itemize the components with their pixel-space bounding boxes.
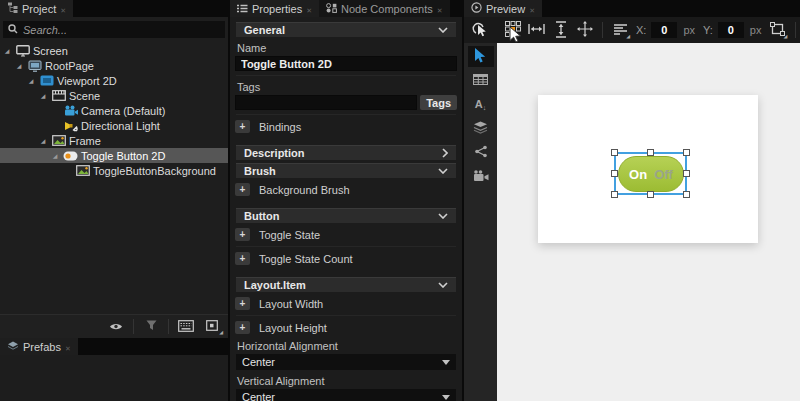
tab-properties[interactable]: Properties <box>230 0 319 17</box>
y-coordinate-input[interactable] <box>718 22 744 38</box>
shortcut-keys-button[interactable] <box>174 317 198 336</box>
tab-preview[interactable]: Preview <box>464 0 542 17</box>
state-tools-button[interactable] <box>468 142 494 163</box>
filter-button[interactable] <box>139 317 163 336</box>
preview-canvas[interactable]: On Off <box>497 43 800 401</box>
close-icon[interactable] <box>60 3 66 15</box>
prefab-icon <box>7 341 19 353</box>
interact-mode-button[interactable] <box>469 20 490 40</box>
selection-handle-ne[interactable] <box>683 149 690 156</box>
plus-icon[interactable] <box>235 321 250 334</box>
grid-view-button[interactable] <box>468 70 494 91</box>
toggle-state-count-expander[interactable]: Toggle State Count <box>235 251 457 266</box>
tags-row: Tags <box>235 95 457 110</box>
section-header-layout-item[interactable]: Layout.Item <box>236 277 456 292</box>
keyboard-icon <box>178 320 194 334</box>
interact-cursor-icon <box>471 21 488 40</box>
fit-width-icon <box>528 23 545 37</box>
alignment-tools-button[interactable] <box>610 20 631 40</box>
section-header-button[interactable]: Button <box>236 208 456 223</box>
tree-item-camera[interactable]: Camera (Default) <box>0 103 228 118</box>
transform-options-button[interactable] <box>767 20 788 40</box>
project-tree-empty-space <box>0 178 228 314</box>
plus-icon[interactable] <box>235 228 250 241</box>
panel-options-icon <box>206 320 218 333</box>
tab-project[interactable]: Project <box>0 0 73 17</box>
x-coordinate-input[interactable] <box>651 22 677 38</box>
project-search[interactable] <box>3 21 225 38</box>
tree-item-directional-light[interactable]: Directional Light <box>0 118 228 133</box>
close-icon[interactable] <box>529 3 535 15</box>
footer-separator <box>168 319 169 334</box>
fit-height-button[interactable] <box>550 20 571 40</box>
plus-icon[interactable] <box>235 120 250 133</box>
layout-width-label: Layout Width <box>259 298 323 310</box>
selection-handle-e[interactable] <box>683 170 690 177</box>
close-icon[interactable] <box>306 3 312 15</box>
preview-screen[interactable]: On Off <box>538 95 758 243</box>
tree-item-rootpage[interactable]: RootPage <box>0 58 228 73</box>
toggle-state-expander[interactable]: Toggle State <box>235 227 457 242</box>
name-field[interactable] <box>235 56 457 71</box>
selection-handle-nw[interactable] <box>611 149 618 156</box>
tags-field[interactable] <box>235 95 417 110</box>
tree-item-viewport-2d[interactable]: Viewport 2D <box>0 73 228 88</box>
tree-item-label: Screen <box>33 45 68 57</box>
toolbar-separator <box>602 22 603 38</box>
section-header-description[interactable]: Description <box>236 145 456 160</box>
plus-icon[interactable] <box>235 252 250 265</box>
tree-item-toggle-button-2d[interactable]: Toggle Button 2D <box>0 148 228 163</box>
expander-icon[interactable] <box>26 77 36 84</box>
prefabs-panel-body <box>0 355 228 401</box>
section-header-brush[interactable]: Brush <box>236 163 456 178</box>
background-brush-expander[interactable]: Background Brush <box>235 182 457 197</box>
layout-height-expander[interactable]: Layout Height <box>235 320 457 335</box>
tab-prefabs[interactable]: Prefabs <box>0 338 78 355</box>
visibility-toggle-button[interactable] <box>104 317 128 336</box>
expander-icon[interactable] <box>38 137 48 144</box>
tree-item-scene[interactable]: Scene <box>0 88 228 103</box>
section-header-general[interactable]: General <box>236 22 456 37</box>
close-icon[interactable] <box>437 3 443 15</box>
expander-icon[interactable] <box>38 92 48 99</box>
tags-button[interactable]: Tags <box>420 95 457 110</box>
project-tabbar: Project <box>0 0 228 17</box>
text-sort-icon: A↓ <box>475 98 486 111</box>
selection-handle-n[interactable] <box>647 149 654 156</box>
expander-icon[interactable] <box>50 152 60 159</box>
horizontal-alignment-select[interactable]: Center <box>236 354 456 370</box>
expander-icon[interactable] <box>2 47 12 54</box>
plus-icon[interactable] <box>235 183 250 196</box>
section-label: General <box>244 24 285 36</box>
select-tool-button[interactable] <box>468 46 494 67</box>
prefabs-tabbar: Prefabs <box>0 338 228 355</box>
selection-handle-sw[interactable] <box>611 191 618 198</box>
expander-icon[interactable] <box>14 62 24 69</box>
vertical-alignment-select[interactable]: Center <box>236 389 456 401</box>
search-input[interactable] <box>23 24 220 36</box>
camera-tool-button[interactable] <box>468 166 494 187</box>
horizontal-alignment-label: Horizontal Alignment <box>237 340 455 352</box>
tab-node-components[interactable]: Node Components <box>319 0 450 17</box>
bindings-expander[interactable]: Bindings <box>235 119 457 134</box>
selection-handle-se[interactable] <box>683 191 690 198</box>
text-tool-button[interactable]: A↓ <box>468 94 494 115</box>
tree-item-screen[interactable]: Screen <box>0 43 228 58</box>
selection-handle-s[interactable] <box>647 191 654 198</box>
selection-box[interactable] <box>614 152 687 195</box>
plus-icon[interactable] <box>235 297 250 310</box>
properties-body: General Name Tags Tags Bindings Descript… <box>230 17 462 401</box>
selection-handle-w[interactable] <box>611 170 618 177</box>
fit-width-button[interactable] <box>526 20 547 40</box>
tree-item-togglebuttonbackground[interactable]: ToggleButtonBackground <box>0 163 228 178</box>
section-label: Layout.Item <box>244 279 306 291</box>
close-icon[interactable] <box>65 341 71 353</box>
fit-screen-button[interactable] <box>574 20 595 40</box>
section-label: Button <box>244 210 279 222</box>
layers-button[interactable] <box>468 118 494 139</box>
preview-toolbar: X: px Y: px <box>464 17 800 43</box>
panel-options-button[interactable] <box>200 317 224 336</box>
tree-item-frame[interactable]: Frame <box>0 133 228 148</box>
search-icon <box>8 24 18 36</box>
layout-width-expander[interactable]: Layout Width <box>235 296 457 311</box>
